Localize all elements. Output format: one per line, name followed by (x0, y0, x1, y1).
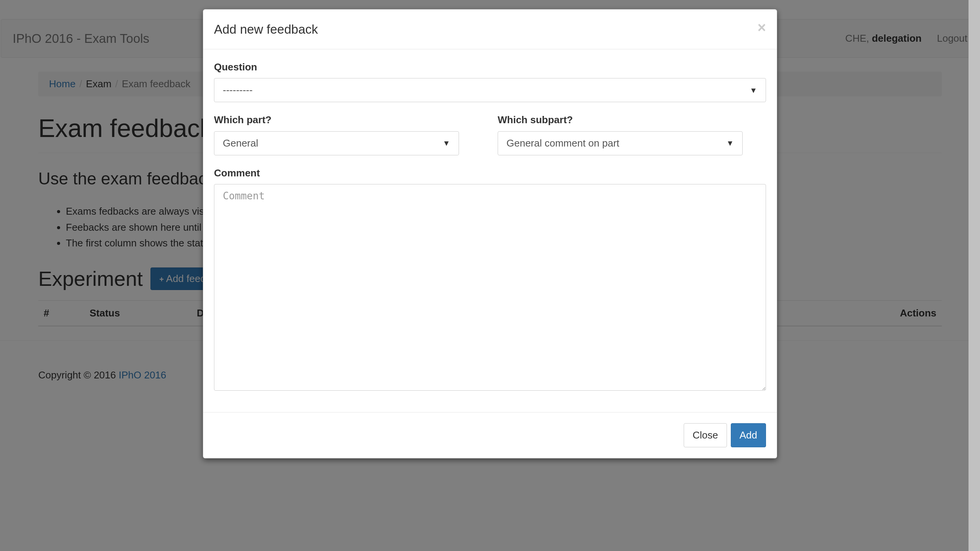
subpart-select-value: General comment on part (498, 132, 742, 155)
question-select[interactable]: --------- ▼ (214, 78, 766, 102)
label-comment: Comment (214, 166, 766, 180)
modal-dialog: Add new feedback × Question --------- ▼ … (203, 9, 777, 458)
subpart-select[interactable]: General comment on part ▼ (498, 131, 743, 155)
scrollbar[interactable] (969, 0, 980, 551)
form-group-part: Which part? General ▼ (214, 113, 482, 155)
modal-header: Add new feedback × (203, 10, 777, 49)
label-subpart: Which subpart? (498, 113, 766, 127)
form-group-question: Question --------- ▼ (214, 60, 766, 102)
scrollbar-thumb[interactable] (969, 0, 980, 551)
modal-body: Question --------- ▼ Which part? General… (203, 49, 777, 412)
label-part: Which part? (214, 113, 482, 127)
modal-footer: Close Add (203, 412, 777, 458)
form-group-comment: Comment (214, 166, 766, 391)
comment-textarea[interactable] (214, 184, 766, 391)
modal-content: Add new feedback × Question --------- ▼ … (203, 9, 777, 458)
question-select-value: --------- (214, 78, 766, 102)
modal: Add new feedback × Question --------- ▼ … (0, 0, 980, 551)
close-icon[interactable]: × (758, 20, 766, 35)
form-group-subpart: Which subpart? General comment on part ▼ (498, 113, 766, 155)
modal-title: Add new feedback (214, 20, 318, 38)
part-select-value: General (214, 132, 459, 155)
close-button[interactable]: Close (684, 423, 727, 447)
form-row-parts: Which part? General ▼ Which subpart? Gen… (214, 113, 766, 155)
part-select[interactable]: General ▼ (214, 131, 459, 155)
label-question: Question (214, 60, 766, 74)
add-button[interactable]: Add (731, 423, 766, 447)
